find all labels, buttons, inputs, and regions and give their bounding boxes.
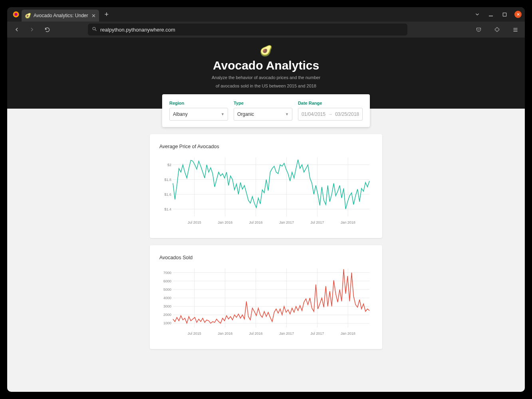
sold-chart-card: Avocados Sold 10002000300040005000600070…	[150, 245, 382, 349]
svg-text:Jul 2015: Jul 2015	[188, 332, 201, 335]
price-chart[interactable]: $1.4$1.6$1.8$2Jul 2015Jan 2016Jul 2016Ja…	[159, 155, 373, 227]
svg-text:Jul 2015: Jul 2015	[188, 220, 201, 224]
filter-type-label: Type	[234, 101, 292, 105]
date-end: 03/25/2018	[335, 111, 359, 117]
type-value: Organic	[237, 111, 254, 117]
firefox-icon	[10, 11, 22, 18]
svg-text:Jul 2016: Jul 2016	[249, 220, 263, 224]
svg-text:5000: 5000	[163, 288, 171, 292]
svg-text:$1.8: $1.8	[164, 177, 171, 181]
tab-close-icon[interactable]: ✕	[91, 13, 96, 19]
sold-chart[interactable]: 1000200030004000500060007000Jul 2015Jan …	[159, 266, 373, 338]
filter-daterange-label: Date Range	[298, 101, 363, 105]
price-chart-card: Average Price of Avocados $1.4$1.6$1.8$2…	[150, 134, 382, 238]
tab-title: Avocado Analytics: Under	[34, 13, 88, 18]
date-start: 01/04/2015	[302, 111, 326, 117]
svg-line-5	[95, 30, 96, 31]
new-tab-button[interactable]: +	[105, 10, 109, 19]
page-viewport: 🥑 Avocado Analytics Analyze the behavior…	[7, 38, 525, 392]
page-title: Avocado Analytics	[7, 59, 525, 72]
page-subtitle-line2: of avocados sold in the US between 2015 …	[7, 83, 525, 89]
svg-text:Jan 2016: Jan 2016	[218, 220, 232, 224]
chevron-down-icon: ▼	[221, 112, 224, 116]
filter-region-label: Region	[169, 101, 228, 105]
svg-text:$1.4: $1.4	[164, 207, 171, 211]
search-icon	[92, 26, 97, 33]
nav-back-button[interactable]	[10, 23, 23, 36]
svg-text:$2: $2	[167, 163, 171, 167]
type-select[interactable]: Organic ▼	[234, 108, 292, 121]
filter-region: Region Albany ▼	[169, 101, 228, 121]
filter-type: Type Organic ▼	[234, 101, 292, 121]
svg-text:Jan 2016: Jan 2016	[218, 332, 232, 335]
svg-point-1	[14, 13, 18, 16]
browser-tab[interactable]: 🥑 Avocado Analytics: Under ✕	[22, 10, 99, 22]
window-close-button[interactable]: ✕	[514, 11, 522, 18]
browser-window: 🥑 Avocado Analytics: Under ✕ + ✕ realpyt…	[7, 7, 525, 392]
svg-text:Jan 2017: Jan 2017	[279, 220, 294, 224]
svg-rect-3	[503, 13, 506, 16]
region-value: Albany	[173, 111, 188, 117]
svg-text:Jul 2017: Jul 2017	[310, 332, 324, 335]
price-chart-title: Average Price of Avocados	[159, 144, 373, 149]
svg-text:Jan 2018: Jan 2018	[341, 220, 355, 224]
svg-text:Jan 2018: Jan 2018	[341, 332, 355, 335]
url-bar[interactable]: realpython.pythonanywhere.com	[88, 24, 407, 36]
filter-panel: Region Albany ▼ Type Organic ▼ Date Rang…	[162, 94, 370, 127]
arrow-right-icon: →	[328, 111, 333, 117]
page-subtitle-line1: Analyze the behavior of avocado prices a…	[7, 75, 525, 81]
url-text: realpython.pythonanywhere.com	[100, 27, 175, 33]
svg-text:3000: 3000	[163, 304, 171, 308]
tab-favicon: 🥑	[25, 13, 31, 19]
pocket-icon[interactable]	[472, 23, 485, 36]
window-maximize-button[interactable]	[501, 11, 508, 18]
svg-text:2000: 2000	[163, 313, 171, 317]
svg-point-4	[93, 27, 95, 30]
chevron-down-icon: ▼	[285, 112, 289, 116]
nav-forward-button[interactable]	[26, 23, 38, 36]
window-minimize-button[interactable]	[487, 11, 494, 18]
tab-list-dropdown-icon[interactable]	[474, 11, 481, 18]
svg-text:1000: 1000	[163, 321, 171, 325]
svg-text:6000: 6000	[163, 279, 171, 283]
titlebar: 🥑 Avocado Analytics: Under ✕ + ✕	[7, 7, 525, 22]
svg-text:4000: 4000	[163, 296, 171, 300]
svg-text:Jul 2016: Jul 2016	[249, 332, 263, 335]
region-select[interactable]: Albany ▼	[169, 108, 228, 121]
extensions-icon[interactable]	[490, 23, 503, 36]
menu-icon[interactable]	[509, 23, 522, 36]
avocado-emoji: 🥑	[7, 45, 525, 57]
svg-text:Jan 2017: Jan 2017	[279, 332, 294, 335]
navbar: realpython.pythonanywhere.com	[7, 22, 525, 38]
svg-text:$1.6: $1.6	[164, 192, 171, 196]
sold-chart-title: Avocados Sold	[159, 255, 373, 260]
daterange-input[interactable]: 01/04/2015 → 03/25/2018	[298, 108, 363, 121]
filter-daterange: Date Range 01/04/2015 → 03/25/2018	[298, 101, 363, 121]
svg-text:Jul 2017: Jul 2017	[310, 220, 324, 224]
svg-text:7000: 7000	[163, 270, 171, 274]
nav-reload-button[interactable]	[41, 23, 54, 36]
